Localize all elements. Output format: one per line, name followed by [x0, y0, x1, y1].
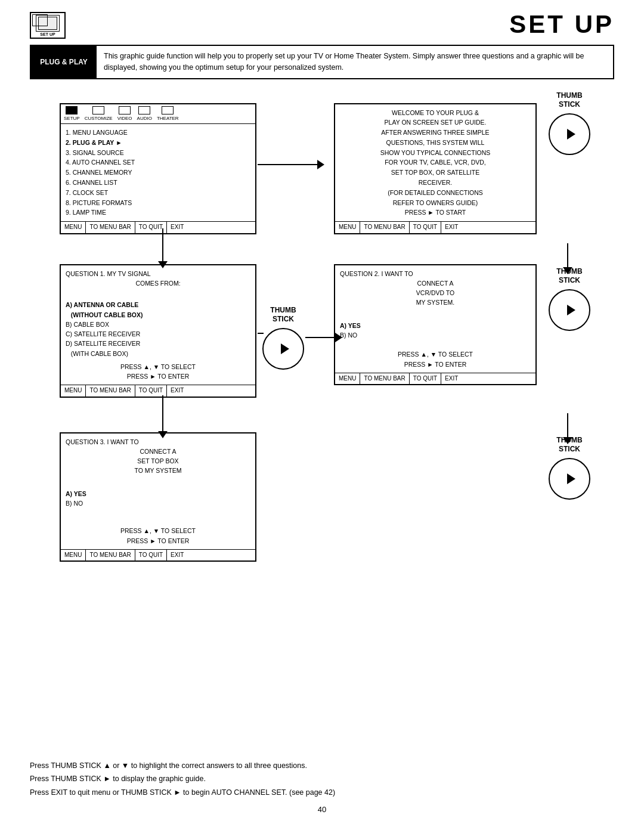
- menu-item-3: 3. SIGNAL SOURCE: [66, 148, 250, 158]
- nav-customize: CUSTOMIZE: [85, 106, 113, 122]
- thumb-circle-1: [549, 113, 590, 155]
- nav-audio: AUDIO: [137, 106, 152, 122]
- menu-item-7: 7. CLOCK SET: [66, 188, 250, 198]
- menu-item-8: 8. PICTURE FORMATS: [66, 198, 250, 208]
- thumb-stick-4: THUMBSTICK: [549, 436, 590, 500]
- screen-4: QUESTION 2. I WANT TO CONNECT A VCR/DVD …: [334, 264, 537, 386]
- thumb-stick-1: THUMBSTICK: [549, 91, 590, 155]
- diagram-area: THUMBSTICK SETUP CUSTOMIZE VIDEO: [30, 91, 614, 747]
- menu-bar-4: MENU TO MENU BAR TO QUIT EXIT: [335, 373, 535, 385]
- screen-4-content: QUESTION 2. I WANT TO CONNECT A VCR/DVD …: [335, 265, 535, 373]
- setup-icon: SET UP: [30, 12, 66, 39]
- nav-video: VIDEO: [117, 106, 132, 122]
- arrow-1-to-2: [258, 160, 324, 169]
- note-2: Press THUMB STICK ► to display the graph…: [30, 772, 614, 786]
- thumb-circle-4: [549, 458, 590, 500]
- menu-item-1: 1. MENU LANGUAGE: [66, 128, 250, 138]
- thumb-stick-label-1: THUMBSTICK: [549, 91, 590, 110]
- note-1: Press THUMB STICK ▲ or ▼ to highlight th…: [30, 759, 614, 773]
- arrow-3-to-ts: [258, 333, 264, 334]
- thumb-circle-3: [262, 328, 304, 370]
- menu-item-6: 6. CHANNEL LIST: [66, 178, 250, 188]
- screen-5: QUESTION 3. I WANT TO CONNECT A SET TOP …: [60, 432, 256, 562]
- screen-3-content: QUESTION 1. MY TV SIGNAL COMES FROM: A) …: [61, 265, 255, 385]
- menu-bar-5: MENU TO MENU BAR TO QUIT EXIT: [61, 549, 255, 561]
- screen-1: SETUP CUSTOMIZE VIDEO AUDIO THEATER: [60, 103, 256, 234]
- screen-2-content: WELCOME TO YOUR PLUG & PLAY ON SCREEN SE…: [335, 104, 535, 222]
- nav-theater: THEATER: [157, 106, 179, 122]
- thumb-stick-label-3: THUMBSTICK: [262, 306, 304, 324]
- screen-2: WELCOME TO YOUR PLUG & PLAY ON SCREEN SE…: [334, 103, 537, 234]
- page-header: SET UP SET UP: [30, 12, 614, 39]
- nav-setup: SETUP: [64, 106, 80, 122]
- thumb-circle-2: [549, 289, 590, 331]
- thumb-stick-3: THUMBSTICK: [262, 306, 304, 370]
- screen-5-content: QUESTION 3. I WANT TO CONNECT A SET TOP …: [61, 433, 255, 549]
- intro-label: PLUG & PLAY: [31, 46, 97, 78]
- menu-item-5: 5. CHANNEL MEMORY: [66, 168, 250, 178]
- screen-1-content: 1. MENU LANGUAGE 2. PLUG & PLAY ► 3. SIG…: [61, 124, 255, 221]
- intro-text: This graphic guide function will help yo…: [97, 46, 613, 78]
- thumb-stick-label-2: THUMBSTICK: [549, 267, 590, 286]
- note-3: Press EXIT to quit menu or THUMB STICK ►…: [30, 786, 614, 800]
- intro-section: PLUG & PLAY This graphic guide function …: [30, 45, 614, 79]
- page-number: 40: [30, 805, 614, 814]
- menu-item-9: 9. LAMP TIME: [66, 208, 250, 218]
- screen-nav-1: SETUP CUSTOMIZE VIDEO AUDIO THEATER: [61, 104, 255, 125]
- menu-bar-2: MENU TO MENU BAR TO QUIT EXIT: [335, 221, 535, 233]
- screen-3: QUESTION 1. MY TV SIGNAL COMES FROM: A) …: [60, 264, 256, 398]
- page-title: SET UP: [509, 12, 614, 37]
- thumb-stick-label-4: THUMBSTICK: [549, 436, 590, 454]
- menu-item-2: 2. PLUG & PLAY ►: [66, 138, 250, 148]
- thumb-stick-2: THUMBSTICK: [549, 267, 590, 331]
- arrow-down-to-q1: [158, 228, 168, 268]
- bottom-notes: Press THUMB STICK ▲ or ▼ to highlight th…: [30, 759, 614, 800]
- menu-item-4: 4. AUTO CHANNEL SET: [66, 157, 250, 168]
